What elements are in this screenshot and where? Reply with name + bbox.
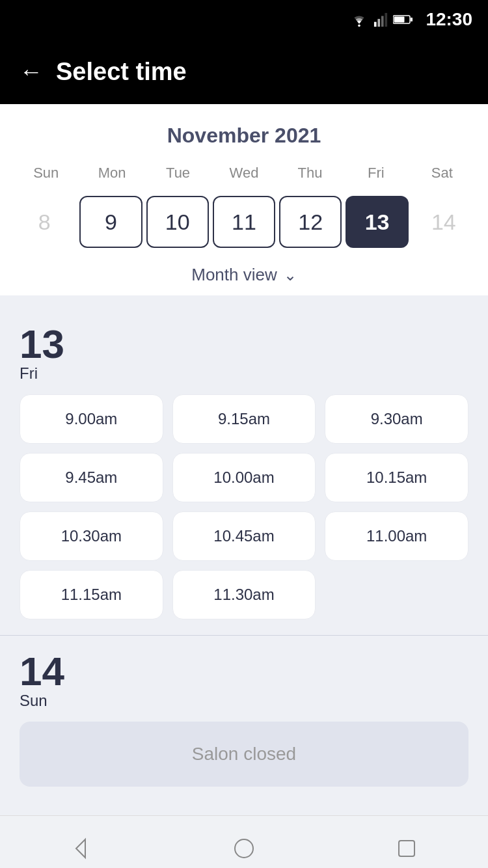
day-header-sun: Sun xyxy=(13,161,79,185)
back-nav-button[interactable] xyxy=(62,829,101,868)
svg-rect-10 xyxy=(399,841,414,856)
date-cell-14[interactable]: 14 xyxy=(413,196,475,248)
page-title: Select time xyxy=(56,58,187,86)
day-info-14: 14 Sun xyxy=(20,651,468,710)
battery-icon xyxy=(393,14,413,25)
time-slot-1030am[interactable]: 10.30am xyxy=(20,511,163,561)
time-slot-945am[interactable]: 9.45am xyxy=(20,453,163,502)
content-area: 13 Fri 9.00am 9.15am 9.30am 9.45am 10.00… xyxy=(0,295,488,815)
svg-point-9 xyxy=(235,839,253,858)
date-cell-11[interactable]: 11 xyxy=(213,196,275,248)
day-number-13: 13 xyxy=(20,324,64,364)
date-cell-8[interactable]: 8 xyxy=(13,196,75,248)
day-section-14: 14 Sun Salon closed xyxy=(0,635,488,802)
month-view-label: Month view xyxy=(191,265,277,285)
date-cell-10[interactable]: 10 xyxy=(146,196,209,248)
signal-icon xyxy=(373,12,388,27)
day-name-13: Fri xyxy=(20,364,38,383)
svg-marker-8 xyxy=(76,839,85,858)
month-view-toggle[interactable]: Month view ⌄ xyxy=(13,252,475,295)
time-slot-930am[interactable]: 9.30am xyxy=(325,394,468,444)
svg-rect-2 xyxy=(378,19,381,27)
time-slot-1115am[interactable]: 11.15am xyxy=(20,570,163,619)
time-slot-1100am[interactable]: 11.00am xyxy=(325,511,468,561)
svg-point-0 xyxy=(359,25,361,27)
time-slot-1045am[interactable]: 10.45am xyxy=(172,511,316,561)
svg-rect-3 xyxy=(381,16,384,27)
time-slot-1000am[interactable]: 10.00am xyxy=(172,453,316,502)
date-cell-12[interactable]: 12 xyxy=(279,196,342,248)
time-slot-900am[interactable]: 9.00am xyxy=(20,394,163,444)
day-info-13: 13 Fri xyxy=(20,324,468,383)
day-section-13: 13 Fri 9.00am 9.15am 9.30am 9.45am 10.00… xyxy=(0,308,488,635)
time-slot-1130am[interactable]: 11.30am xyxy=(172,570,316,619)
date-cell-9[interactable]: 9 xyxy=(79,196,142,248)
status-time: 12:30 xyxy=(426,9,472,30)
time-slots-13: 9.00am 9.15am 9.30am 9.45am 10.00am 10.1… xyxy=(20,394,468,619)
status-icons xyxy=(350,12,413,27)
back-button[interactable]: ← xyxy=(20,58,43,85)
wifi-icon xyxy=(350,12,368,27)
day-headers: Sun Mon Tue Wed Thu Fri Sat xyxy=(13,161,475,185)
day-header-thu: Thu xyxy=(277,161,343,185)
chevron-down-icon: ⌄ xyxy=(284,266,297,284)
svg-rect-6 xyxy=(411,18,413,21)
svg-rect-1 xyxy=(374,22,377,27)
salon-closed-box: Salon closed xyxy=(20,722,468,787)
svg-rect-4 xyxy=(385,13,388,27)
day-header-wed: Wed xyxy=(211,161,277,185)
salon-closed-label: Salon closed xyxy=(192,744,296,765)
date-cell-13[interactable]: 13 xyxy=(346,196,408,248)
svg-rect-7 xyxy=(394,17,405,23)
day-header-tue: Tue xyxy=(145,161,211,185)
time-slot-1015am[interactable]: 10.15am xyxy=(325,453,468,502)
day-number-14: 14 xyxy=(20,651,64,692)
day-header-mon: Mon xyxy=(79,161,144,185)
day-name-14: Sun xyxy=(20,692,47,710)
calendar-section: November 2021 Sun Mon Tue Wed Thu Fri Sa… xyxy=(0,104,488,295)
day-header-fri: Fri xyxy=(343,161,409,185)
status-bar: 12:30 xyxy=(0,0,488,39)
header: ← Select time xyxy=(0,39,488,104)
day-header-sat: Sat xyxy=(409,161,475,185)
time-slot-915am[interactable]: 9.15am xyxy=(172,394,316,444)
home-nav-button[interactable] xyxy=(224,829,264,868)
recent-nav-button[interactable] xyxy=(387,829,426,868)
week-dates: 8 9 10 11 12 13 14 xyxy=(13,192,475,252)
bottom-nav xyxy=(0,815,488,868)
month-label: November 2021 xyxy=(13,124,475,148)
